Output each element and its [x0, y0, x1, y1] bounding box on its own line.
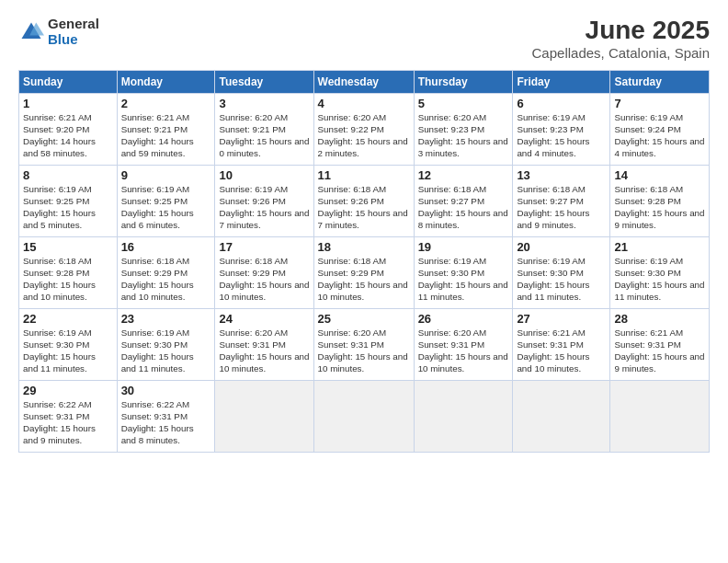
day-info: Sunrise: 6:18 AMSunset: 9:27 PMDaylight:… [517, 183, 606, 232]
day-number: 12 [418, 168, 509, 182]
empty-cell [215, 380, 313, 452]
day-number: 19 [418, 240, 509, 254]
day-27: 27 Sunrise: 6:21 AMSunset: 9:31 PMDaylig… [513, 308, 610, 380]
day-info: Sunrise: 6:19 AMSunset: 9:30 PMDaylight:… [121, 327, 211, 375]
day-13: 13 Sunrise: 6:18 AMSunset: 9:27 PMDaylig… [513, 165, 610, 236]
day-number: 8 [23, 168, 113, 182]
day-number: 9 [121, 168, 211, 182]
col-friday: Friday [513, 70, 610, 93]
day-12: 12 Sunrise: 6:18 AMSunset: 9:27 PMDaylig… [414, 165, 513, 236]
day-number: 1 [23, 97, 113, 110]
logo-text: General Blue [48, 17, 99, 47]
day-3: 3 Sunrise: 6:20 AMSunset: 9:21 PMDayligh… [215, 93, 313, 165]
day-30: 30 Sunrise: 6:22 AMSunset: 9:31 PMDaylig… [117, 380, 215, 452]
day-number: 18 [318, 240, 410, 254]
calendar-table: Sunday Monday Tuesday Wednesday Thursday… [18, 70, 710, 453]
day-number: 24 [219, 312, 309, 326]
day-28: 28 Sunrise: 6:21 AMSunset: 9:31 PMDaylig… [610, 308, 710, 380]
day-info: Sunrise: 6:20 AMSunset: 9:31 PMDaylight:… [418, 327, 509, 375]
title-block: June 2025 Capellades, Catalonia, Spain [532, 17, 710, 61]
day-1: 1 Sunrise: 6:21 AMSunset: 9:20 PMDayligh… [19, 93, 118, 165]
day-info: Sunrise: 6:19 AMSunset: 9:30 PMDaylight:… [517, 255, 606, 304]
day-number: 5 [418, 97, 509, 110]
day-info: Sunrise: 6:20 AMSunset: 9:31 PMDaylight:… [318, 327, 410, 375]
day-number: 7 [614, 97, 705, 110]
day-info: Sunrise: 6:18 AMSunset: 9:27 PMDaylight:… [418, 183, 509, 232]
day-info: Sunrise: 6:20 AMSunset: 9:22 PMDaylight:… [318, 111, 410, 160]
day-10: 10 Sunrise: 6:19 AMSunset: 9:26 PMDaylig… [215, 165, 313, 236]
day-22: 22 Sunrise: 6:19 AMSunset: 9:30 PMDaylig… [19, 308, 118, 380]
day-info: Sunrise: 6:20 AMSunset: 9:21 PMDaylight:… [219, 111, 309, 160]
day-info: Sunrise: 6:19 AMSunset: 9:30 PMDaylight:… [614, 255, 705, 304]
day-info: Sunrise: 6:19 AMSunset: 9:25 PMDaylight:… [23, 183, 113, 232]
day-info: Sunrise: 6:18 AMSunset: 9:28 PMDaylight:… [23, 255, 113, 304]
logo-blue: Blue [48, 32, 99, 48]
day-info: Sunrise: 6:21 AMSunset: 9:31 PMDaylight:… [517, 327, 606, 375]
day-number: 28 [614, 312, 705, 326]
col-thursday: Thursday [414, 70, 513, 93]
day-number: 15 [23, 240, 113, 254]
day-info: Sunrise: 6:18 AMSunset: 9:29 PMDaylight:… [121, 255, 211, 304]
day-number: 11 [318, 168, 410, 182]
day-info: Sunrise: 6:18 AMSunset: 9:26 PMDaylight:… [318, 183, 410, 232]
day-info: Sunrise: 6:18 AMSunset: 9:29 PMDaylight:… [318, 255, 410, 304]
header: General Blue June 2025 Capellades, Catal… [18, 17, 710, 61]
day-number: 30 [121, 384, 211, 397]
day-19: 19 Sunrise: 6:19 AMSunset: 9:30 PMDaylig… [414, 236, 513, 308]
day-number: 6 [517, 97, 606, 110]
day-info: Sunrise: 6:18 AMSunset: 9:29 PMDaylight:… [219, 255, 309, 304]
calendar-subtitle: Capellades, Catalonia, Spain [532, 45, 710, 61]
day-number: 20 [517, 240, 606, 254]
col-saturday: Saturday [610, 70, 710, 93]
day-info: Sunrise: 6:21 AMSunset: 9:21 PMDaylight:… [121, 111, 211, 160]
day-number: 23 [121, 312, 211, 326]
day-number: 16 [121, 240, 211, 254]
empty-cell [513, 380, 610, 452]
day-15: 15 Sunrise: 6:18 AMSunset: 9:28 PMDaylig… [19, 236, 118, 308]
day-number: 2 [121, 97, 211, 110]
logo-icon [18, 19, 44, 45]
day-26: 26 Sunrise: 6:20 AMSunset: 9:31 PMDaylig… [414, 308, 513, 380]
empty-cell [610, 380, 710, 452]
day-20: 20 Sunrise: 6:19 AMSunset: 9:30 PMDaylig… [513, 236, 610, 308]
day-info: Sunrise: 6:19 AMSunset: 9:26 PMDaylight:… [219, 183, 309, 232]
day-number: 26 [418, 312, 509, 326]
day-info: Sunrise: 6:21 AMSunset: 9:20 PMDaylight:… [23, 111, 113, 160]
day-17: 17 Sunrise: 6:18 AMSunset: 9:29 PMDaylig… [215, 236, 313, 308]
day-25: 25 Sunrise: 6:20 AMSunset: 9:31 PMDaylig… [313, 308, 414, 380]
day-number: 17 [219, 240, 309, 254]
day-5: 5 Sunrise: 6:20 AMSunset: 9:23 PMDayligh… [414, 93, 513, 165]
day-number: 25 [318, 312, 410, 326]
day-4: 4 Sunrise: 6:20 AMSunset: 9:22 PMDayligh… [313, 93, 414, 165]
day-info: Sunrise: 6:19 AMSunset: 9:23 PMDaylight:… [517, 111, 606, 160]
day-number: 29 [23, 384, 113, 397]
day-8: 8 Sunrise: 6:19 AMSunset: 9:25 PMDayligh… [19, 165, 118, 236]
day-info: Sunrise: 6:21 AMSunset: 9:31 PMDaylight:… [614, 327, 705, 375]
day-info: Sunrise: 6:22 AMSunset: 9:31 PMDaylight:… [121, 398, 211, 447]
day-info: Sunrise: 6:19 AMSunset: 9:30 PMDaylight:… [418, 255, 509, 304]
header-row: Sunday Monday Tuesday Wednesday Thursday… [19, 70, 710, 93]
empty-cell [313, 380, 414, 452]
day-23: 23 Sunrise: 6:19 AMSunset: 9:30 PMDaylig… [117, 308, 215, 380]
day-21: 21 Sunrise: 6:19 AMSunset: 9:30 PMDaylig… [610, 236, 710, 308]
day-number: 14 [614, 168, 705, 182]
day-info: Sunrise: 6:19 AMSunset: 9:30 PMDaylight:… [23, 327, 113, 375]
col-tuesday: Tuesday [215, 70, 313, 93]
day-info: Sunrise: 6:22 AMSunset: 9:31 PMDaylight:… [23, 398, 113, 447]
day-number: 21 [614, 240, 705, 254]
day-info: Sunrise: 6:20 AMSunset: 9:23 PMDaylight:… [418, 111, 509, 160]
day-7: 7 Sunrise: 6:19 AMSunset: 9:24 PMDayligh… [610, 93, 710, 165]
logo: General Blue [18, 17, 99, 47]
day-number: 10 [219, 168, 309, 182]
day-info: Sunrise: 6:18 AMSunset: 9:28 PMDaylight:… [614, 183, 705, 232]
day-number: 22 [23, 312, 113, 326]
table-row: 22 Sunrise: 6:19 AMSunset: 9:30 PMDaylig… [19, 308, 710, 380]
table-row: 15 Sunrise: 6:18 AMSunset: 9:28 PMDaylig… [19, 236, 710, 308]
page: General Blue June 2025 Capellades, Catal… [0, 0, 728, 563]
day-info: Sunrise: 6:19 AMSunset: 9:24 PMDaylight:… [614, 111, 705, 160]
day-16: 16 Sunrise: 6:18 AMSunset: 9:29 PMDaylig… [117, 236, 215, 308]
day-number: 27 [517, 312, 606, 326]
col-wednesday: Wednesday [313, 70, 414, 93]
day-9: 9 Sunrise: 6:19 AMSunset: 9:25 PMDayligh… [117, 165, 215, 236]
col-sunday: Sunday [19, 70, 118, 93]
